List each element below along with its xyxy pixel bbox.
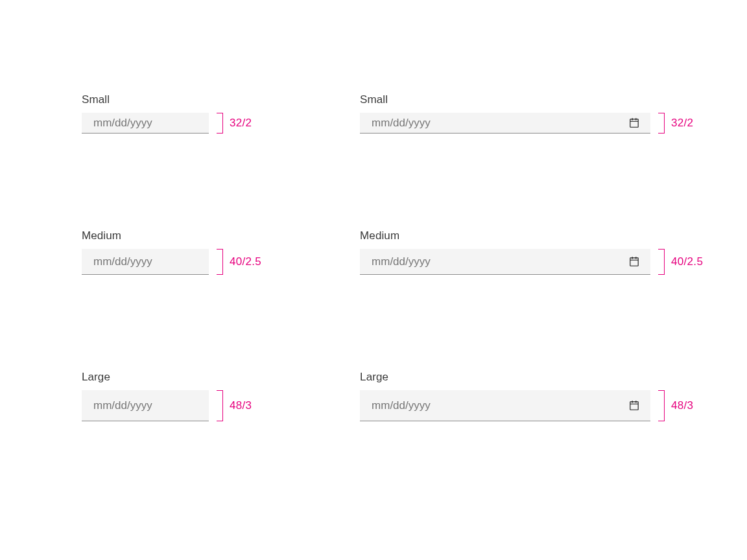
dimension-medium: 40/2.5 xyxy=(230,255,261,268)
calendar-icon[interactable] xyxy=(628,400,640,412)
calendar-icon[interactable] xyxy=(628,117,640,129)
label-medium-icon: Medium xyxy=(360,229,399,242)
label-large-icon: Large xyxy=(360,371,388,384)
date-input-large-simple[interactable] xyxy=(93,399,197,412)
date-input-medium-simple[interactable] xyxy=(93,255,197,268)
dimension-bracket xyxy=(217,249,223,275)
calendar-icon[interactable] xyxy=(628,256,640,268)
dimension-small-right: 32/2 xyxy=(671,117,693,130)
dimension-large-right: 48/3 xyxy=(671,399,693,412)
dimension-bracket xyxy=(658,390,665,421)
label-small-simple: Small xyxy=(82,93,110,106)
label-large-simple: Large xyxy=(82,371,110,384)
date-field-large-simple[interactable] xyxy=(82,390,209,421)
dimension-bracket xyxy=(658,113,665,134)
date-field-medium-icon[interactable] xyxy=(360,249,650,275)
label-small-icon: Small xyxy=(360,93,388,106)
dimension-small: 32/2 xyxy=(230,117,252,130)
date-field-large-icon[interactable] xyxy=(360,390,650,421)
date-input-large-icon[interactable] xyxy=(372,399,628,412)
date-input-small-simple[interactable] xyxy=(93,117,197,130)
date-input-medium-icon[interactable] xyxy=(372,255,628,268)
date-input-small-icon[interactable] xyxy=(372,117,628,130)
dimension-bracket xyxy=(217,113,223,134)
dimension-bracket xyxy=(658,249,665,275)
dimension-medium-right: 40/2.5 xyxy=(671,255,703,268)
date-field-medium-simple[interactable] xyxy=(82,249,209,275)
date-field-small-simple[interactable] xyxy=(82,113,209,134)
date-field-small-icon[interactable] xyxy=(360,113,650,134)
dimension-large: 48/3 xyxy=(230,399,252,412)
dimension-bracket xyxy=(217,390,223,421)
label-medium-simple: Medium xyxy=(82,229,121,242)
